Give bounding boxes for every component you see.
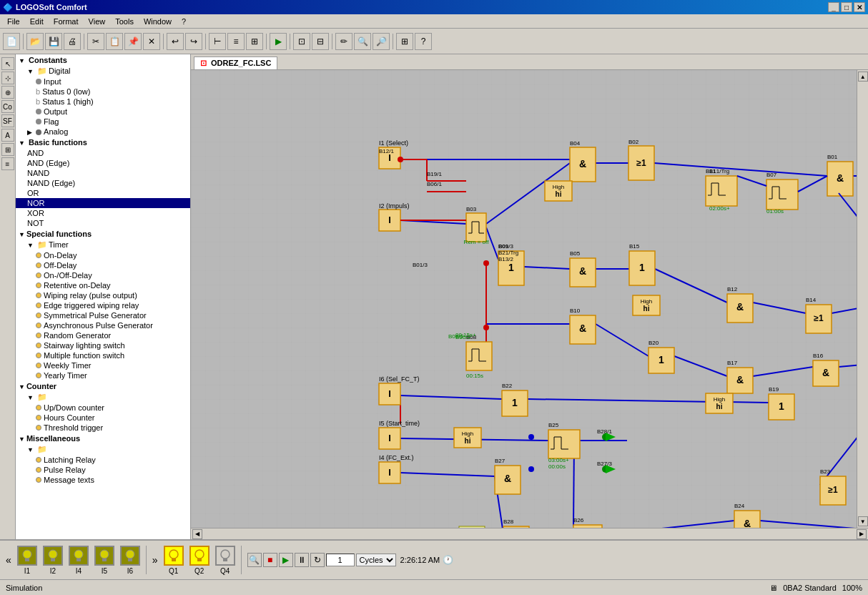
menu-tools[interactable]: Tools	[111, 16, 138, 27]
io-item-I2[interactable]: I2	[43, 546, 63, 575]
vt-tool3[interactable]: ⊕	[1, 86, 14, 99]
grid-button[interactable]: ⊞	[246, 33, 263, 50]
sim-pause-button[interactable]: ⏸	[295, 553, 309, 567]
io-bulb-Q1[interactable]	[164, 546, 184, 566]
sim2-button[interactable]: ⊟	[312, 33, 329, 50]
copy-button[interactable]: 📋	[106, 33, 123, 50]
tree-item-status0[interactable]: bStatus 0 (low)	[16, 87, 190, 97]
tree-item-threshold[interactable]: Threshold trigger	[16, 423, 190, 433]
tree-item-updown[interactable]: Up/Down counter	[16, 403, 190, 413]
tree-item-hours[interactable]: Hours Counter	[16, 413, 190, 423]
close-button[interactable]: ✕	[854, 2, 865, 12]
tree-item-weeklytimer[interactable]: Weekly Timer	[16, 360, 190, 370]
minimize-button[interactable]: _	[828, 2, 839, 12]
menu-format[interactable]: Format	[49, 16, 83, 27]
open-button[interactable]: 📂	[26, 33, 44, 50]
tree-item-flag[interactable]: Flag	[16, 117, 190, 127]
vertical-scrollbar[interactable]: ▲ ▼	[857, 70, 868, 528]
align-button[interactable]: ⊢	[209, 33, 226, 50]
io-item-Q1[interactable]: Q1	[164, 546, 184, 575]
tree-item-timer[interactable]: ▼ 📁Timer	[16, 240, 190, 250]
io-item-I1[interactable]: I1	[17, 546, 37, 575]
delete-button[interactable]: ✕	[143, 33, 160, 50]
tree-item-onoffdelay[interactable]: On-/Off-Delay	[16, 270, 190, 280]
maximize-button[interactable]: □	[841, 2, 852, 12]
tree-item-offdelay[interactable]: Off-Delay	[16, 260, 190, 270]
tree-item-message[interactable]: Message texts	[16, 475, 190, 485]
io-item-I4[interactable]: I4	[69, 546, 89, 575]
zoomout-button[interactable]: 🔍	[354, 33, 371, 50]
sim-cycles-select[interactable]: Cycles	[356, 554, 396, 566]
menu-help[interactable]: ?	[177, 16, 190, 27]
tree-item-multiswitch[interactable]: Multiple function switch	[16, 350, 190, 360]
sim-cycles-input[interactable]	[326, 554, 355, 566]
tree-item-or[interactable]: OR	[16, 188, 190, 198]
vt-tool8[interactable]: ≡	[1, 157, 14, 170]
tree-item-analog[interactable]: ▶ Analog	[16, 127, 190, 137]
tree-item-input[interactable]: Input	[16, 77, 190, 87]
print-button[interactable]: 🖨	[64, 33, 81, 50]
run-button[interactable]: ▶	[270, 33, 287, 50]
tree-item-ondelay[interactable]: On-Delay	[16, 250, 190, 260]
tree-item-xor[interactable]: XOR	[16, 208, 190, 218]
sim-play-button[interactable]: ▶	[279, 553, 293, 567]
tree-item-misc-folder[interactable]: ▼ 📁	[16, 444, 190, 455]
menu-edit[interactable]: Edit	[26, 16, 48, 27]
menu-file[interactable]: File	[3, 16, 24, 27]
tree-item-andedge[interactable]: AND (Edge)	[16, 158, 190, 168]
io-bulb-I1[interactable]	[17, 546, 37, 566]
io-bulb-Q4[interactable]	[215, 546, 235, 566]
tree-item-status1[interactable]: bStatus 1 (high)	[16, 97, 190, 107]
vt-tool4[interactable]: Co	[1, 100, 14, 113]
tab-odrez[interactable]: ⊡ ODREZ_FC.LSC	[194, 56, 277, 69]
scroll-left-button[interactable]: ◀	[192, 529, 202, 539]
scroll-up-button[interactable]: ▲	[858, 72, 868, 82]
save-button[interactable]: 💾	[45, 33, 62, 50]
tree-item-not[interactable]: NOT	[16, 218, 190, 228]
nav-prev[interactable]: «	[6, 554, 11, 566]
tree-item-specialfunctions[interactable]: ▼Special functions	[16, 228, 190, 240]
sim-stop-button[interactable]: ■	[263, 553, 277, 567]
tree-item-digital[interactable]: ▼ 📁Digital	[16, 66, 190, 77]
io-item-Q4[interactable]: Q4	[215, 546, 235, 575]
sim-search-button[interactable]: 🔍	[247, 553, 262, 567]
io-bulb-I4[interactable]	[69, 546, 89, 566]
vt-select[interactable]: ↖	[1, 57, 14, 70]
tree-item-basicfunctions[interactable]: ▼ Basic functions	[16, 137, 190, 148]
io-item-I5[interactable]: I5	[94, 546, 114, 575]
horizontal-scrollbar[interactable]: ◀ ▶	[191, 528, 868, 539]
undo-button[interactable]: ↩	[167, 33, 184, 50]
window-controls[interactable]: _ □ ✕	[828, 2, 865, 12]
io-bulb-I2[interactable]	[43, 546, 63, 566]
distribute-button[interactable]: ≡	[227, 33, 245, 50]
tree-item-counter-folder[interactable]: ▼ 📁	[16, 392, 190, 403]
zoomin-button[interactable]: 🔎	[373, 33, 390, 50]
tree-item-latching[interactable]: Latching Relay	[16, 455, 190, 465]
param-button[interactable]: ⊞	[396, 33, 413, 50]
tree-item-asyncpulse[interactable]: Asynchronous Pulse Generator	[16, 320, 190, 330]
tree-item-constants[interactable]: ▼ Constants	[16, 54, 190, 66]
nav-next[interactable]: »	[152, 554, 158, 566]
vt-tool2[interactable]: ⊹	[1, 72, 14, 84]
scroll-down-button[interactable]: ▼	[858, 516, 868, 526]
tree-item-edgewiping[interactable]: Edge triggered wiping relay	[16, 300, 190, 310]
vt-tool6[interactable]: A	[1, 129, 14, 142]
tree-item-symmpulse[interactable]: Symmetrical Pulse Generator	[16, 310, 190, 320]
redo-button[interactable]: ↪	[185, 33, 202, 50]
tree-item-nand[interactable]: NAND	[16, 168, 190, 178]
tree-item-counter[interactable]: ▼Counter	[16, 380, 190, 392]
sim-step-button[interactable]: ↻	[310, 553, 325, 567]
paste-button[interactable]: 📌	[124, 33, 142, 50]
tree-item-retentiveon[interactable]: Retentive on-Delay	[16, 280, 190, 290]
tree-item-nandedge[interactable]: NAND (Edge)	[16, 178, 190, 188]
tree-item-nor[interactable]: NOR	[16, 198, 190, 208]
tree-item-wipingrelay[interactable]: Wiping relay (pulse output)	[16, 290, 190, 300]
new-button[interactable]: 📄	[3, 33, 20, 50]
io-bulb-I6[interactable]	[120, 546, 140, 566]
io-item-I6[interactable]: I6	[120, 546, 140, 575]
sim1-button[interactable]: ⊡	[293, 33, 310, 50]
tree-item-miscellaneous[interactable]: ▼Miscellaneous	[16, 433, 190, 444]
io-bulb-I5[interactable]	[94, 546, 114, 566]
vt-tool7[interactable]: ⊞	[1, 143, 14, 156]
menu-window[interactable]: Window	[139, 16, 176, 27]
